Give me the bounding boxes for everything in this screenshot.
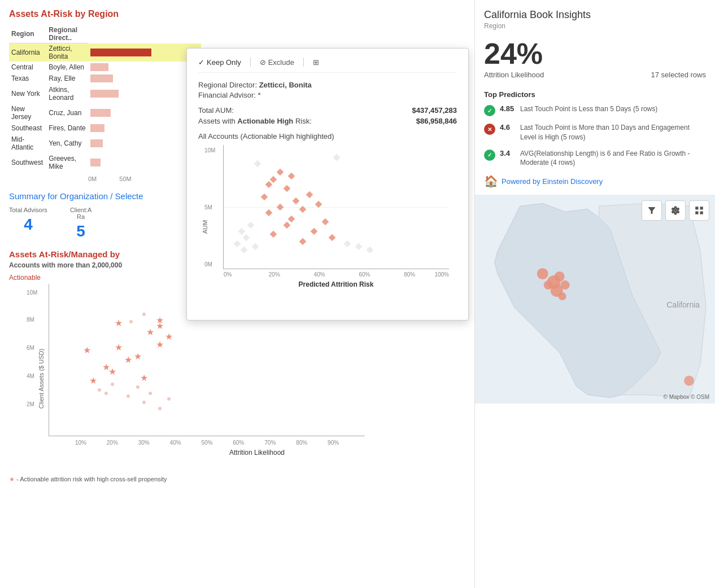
region-row[interactable]: SouthwestGreeves, Mike <box>9 153 201 172</box>
predictor-item: ✕ 4.6 Last Touch Point is More than 10 D… <box>484 123 706 142</box>
scatter-diamond <box>321 218 329 225</box>
risk-label: Assets with Actionable High Risk: <box>198 117 312 125</box>
region-bar <box>88 153 201 172</box>
rd-value: Zetticci, Bonita <box>259 81 312 89</box>
map-area: California © Mapbox © OSM <box>475 195 715 403</box>
settings-btn[interactable] <box>665 200 686 221</box>
x-tick-30: 30% <box>138 440 150 446</box>
scatter-diamond <box>269 176 277 183</box>
predictors-list: ✓ 4.85 Last Touch Point is Less than 5 D… <box>484 104 706 168</box>
chart-title: All Accounts (Actionable High highlighte… <box>198 132 457 141</box>
grid-icon-btn[interactable]: ⊞ <box>313 58 319 67</box>
fa-value: * <box>258 91 261 99</box>
region-name: New Jersey <box>9 103 46 122</box>
right-panel: California Book Insights Region 24% Attr… <box>474 0 715 588</box>
attrition-pct: 24% <box>484 39 706 68</box>
x-tick-90: 90% <box>328 440 339 446</box>
bar-scale-0: 0M <box>88 175 97 182</box>
bottom-risk: At-Risk <box>39 249 69 259</box>
scatter-diamond <box>306 191 313 198</box>
x-tick-10: 10% <box>75 440 86 446</box>
t-x-80: 80% <box>404 271 415 278</box>
region-bar <box>88 62 201 73</box>
y-tick-2m: 2M <box>27 401 47 407</box>
x-tick-20: 20% <box>107 440 118 446</box>
grid-btn[interactable] <box>689 200 709 221</box>
x-tick-40: 40% <box>170 440 181 446</box>
t-x-20: 20% <box>269 271 280 278</box>
filter-btn[interactable] <box>642 200 662 221</box>
region-table: Region Regional Direct.. CaliforniaZetti… <box>9 25 201 172</box>
region-row[interactable]: TexasRay, Elle <box>9 73 201 84</box>
scatter-star: ★ <box>83 346 91 355</box>
region-director: Greeves, Mike <box>46 153 88 172</box>
client-value: 5 <box>70 222 92 240</box>
subtitle-bold: 2,000,000 <box>92 261 122 269</box>
region-name: Central <box>9 62 46 73</box>
scatter-diamond <box>241 247 248 254</box>
scatter-dot <box>149 392 152 395</box>
map-svg: California <box>475 195 715 403</box>
summary-org[interactable]: Organization <box>60 191 108 201</box>
predictor-text: Last Touch Point is More than 10 Days an… <box>520 123 706 142</box>
region-row[interactable]: New YorkAtkins, Leonard <box>9 84 201 103</box>
summary-prefix: Summary for <box>9 191 60 201</box>
selected-rows: 17 selected rows <box>651 71 706 79</box>
scatter-diamond <box>269 230 277 238</box>
region-row[interactable]: Mid-AtlanticYen, Cathy <box>9 134 201 153</box>
scatter-diamond <box>247 222 255 229</box>
scatter-diamond <box>283 222 290 229</box>
scatter-star: ★ <box>134 352 142 361</box>
attrition-label: Attrition Likelihood <box>484 71 544 79</box>
region-row[interactable]: SoutheastFires, Dante <box>9 122 201 134</box>
scatter-dot <box>136 385 139 389</box>
assets-title: Assets At-Risk by Region <box>9 9 465 19</box>
keep-only-action[interactable]: ✓ Keep Only <box>198 58 241 67</box>
svg-text:California: California <box>666 300 700 309</box>
predictor-item: ✓ 4.85 Last Touch Point is Less than 5 D… <box>484 104 706 116</box>
scatter-dot <box>142 313 146 316</box>
predictor-icon: ✕ <box>484 124 495 135</box>
tooltip-info: Regional Director: Zetticci, Bonita Fina… <box>198 81 457 99</box>
client-stat: Client:ARa 5 <box>70 207 92 240</box>
grid-line-50 <box>224 207 449 208</box>
scatter-dot <box>129 320 133 323</box>
bottom-managed: /Managed by <box>68 249 120 259</box>
x-tick-70: 70% <box>264 440 276 446</box>
bottom-legend: ★ - Actionable attrition risk with high … <box>9 476 465 483</box>
scatter-dot <box>104 392 108 395</box>
einstein-link[interactable]: Powered by Einstein Discovery <box>502 177 603 186</box>
region-row[interactable]: CaliforniaZetticci, Bonita <box>9 43 201 62</box>
region-row[interactable]: New JerseyCruz, Juan <box>9 103 201 122</box>
y-tick-8m: 8M <box>27 317 47 323</box>
bar-scale-50: 50M <box>119 175 131 182</box>
tooltip-divider <box>250 58 251 67</box>
exclude-icon: ⊘ <box>260 58 266 67</box>
map-dot-single <box>684 376 694 386</box>
y-tick-10m: 10M <box>27 289 47 296</box>
aum-section: Total AUM: $437,457,283 Assets with Acti… <box>198 106 457 125</box>
tooltip-popup: ✓ Keep Only ⊘ Exclude ⊞ Regional Directo… <box>186 48 469 321</box>
t-y-0m: 0M <box>204 261 212 267</box>
aum-value: $437,457,283 <box>412 106 457 115</box>
scatter-diamond <box>328 234 335 242</box>
region-row[interactable]: CentralBoyle, Allen <box>9 62 201 73</box>
scatter-star: ★ <box>140 374 148 383</box>
tooltip-x-label: Predicted Attrition Risk <box>223 280 449 288</box>
predictor-icon: ✓ <box>484 150 495 161</box>
legend-star: ★ <box>9 476 15 482</box>
predictor-score: 3.4 <box>500 149 516 157</box>
x-tick-80: 80% <box>296 440 307 446</box>
region-director: Yen, Cathy <box>46 134 88 153</box>
advisors-stat: Total Advisors 4 <box>9 207 47 240</box>
scatter-star: ★ <box>146 328 154 337</box>
scatter-diamond <box>355 243 363 250</box>
region-director: Ray, Elle <box>46 73 88 84</box>
tooltip-divider-2 <box>303 58 304 67</box>
tooltip-y-label: AUM <box>202 220 208 234</box>
map-controls <box>642 200 709 221</box>
scatter-star: ★ <box>156 340 164 349</box>
t-x-100: 100% <box>434 271 449 278</box>
einstein-icon: 🏠 <box>484 174 498 188</box>
exclude-action[interactable]: ⊘ Exclude <box>260 58 294 67</box>
